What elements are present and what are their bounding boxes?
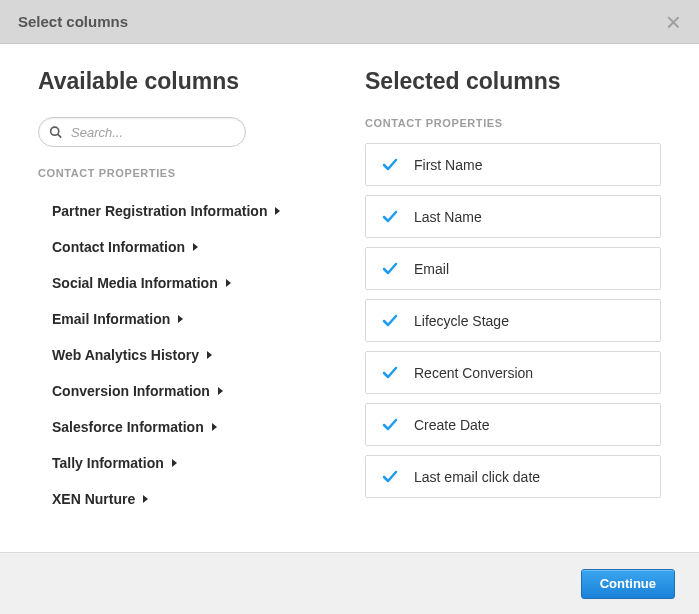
check-icon bbox=[382, 313, 398, 329]
selected-item-create-date[interactable]: Create Date bbox=[365, 403, 661, 446]
selected-list: First Name Last Name Email Lifecycle Sta… bbox=[365, 143, 685, 498]
check-icon bbox=[382, 417, 398, 433]
caret-right-icon bbox=[178, 315, 183, 323]
category-label: Social Media Information bbox=[52, 275, 218, 291]
selected-item-label: First Name bbox=[414, 157, 482, 173]
category-label: Salesforce Information bbox=[52, 419, 204, 435]
modal-footer: Continue bbox=[0, 552, 699, 614]
category-label: Email Information bbox=[52, 311, 170, 327]
search-icon bbox=[49, 126, 62, 139]
modal-header: Select columns × bbox=[0, 0, 699, 44]
available-columns-title: Available columns bbox=[38, 68, 323, 95]
category-label: Contact Information bbox=[52, 239, 185, 255]
category-web-analytics[interactable]: Web Analytics History bbox=[52, 337, 323, 373]
check-icon bbox=[382, 157, 398, 173]
search-input[interactable] bbox=[38, 117, 246, 147]
caret-right-icon bbox=[207, 351, 212, 359]
caret-right-icon bbox=[143, 495, 148, 503]
caret-right-icon bbox=[172, 459, 177, 467]
category-label: Tally Information bbox=[52, 455, 164, 471]
modal-title: Select columns bbox=[18, 13, 128, 30]
check-icon bbox=[382, 261, 398, 277]
category-label: Conversion Information bbox=[52, 383, 210, 399]
selected-item-label: Create Date bbox=[414, 417, 489, 433]
selected-item-label: Lifecycle Stage bbox=[414, 313, 509, 329]
selected-columns-title: Selected columns bbox=[365, 68, 685, 95]
svg-line-1 bbox=[58, 134, 61, 137]
category-contact-information[interactable]: Contact Information bbox=[52, 229, 323, 265]
svg-point-0 bbox=[51, 127, 59, 135]
selected-group-label: CONTACT PROPERTIES bbox=[365, 117, 685, 129]
selected-item-last-email-click[interactable]: Last email click date bbox=[365, 455, 661, 498]
caret-right-icon bbox=[226, 279, 231, 287]
caret-right-icon bbox=[275, 207, 280, 215]
selected-item-first-name[interactable]: First Name bbox=[365, 143, 661, 186]
category-email-information[interactable]: Email Information bbox=[52, 301, 323, 337]
check-icon bbox=[382, 469, 398, 485]
category-tally-information[interactable]: Tally Information bbox=[52, 445, 323, 481]
available-group-label: CONTACT PROPERTIES bbox=[38, 167, 323, 179]
selected-item-recent-conversion[interactable]: Recent Conversion bbox=[365, 351, 661, 394]
category-xen-nurture[interactable]: XEN Nurture bbox=[52, 481, 323, 517]
caret-right-icon bbox=[218, 387, 223, 395]
selected-item-label: Last email click date bbox=[414, 469, 540, 485]
check-icon bbox=[382, 209, 398, 225]
selected-item-label: Email bbox=[414, 261, 449, 277]
close-icon[interactable]: × bbox=[666, 9, 681, 35]
selected-item-label: Last Name bbox=[414, 209, 482, 225]
selected-item-lifecycle-stage[interactable]: Lifecycle Stage bbox=[365, 299, 661, 342]
category-label: Web Analytics History bbox=[52, 347, 199, 363]
selected-item-label: Recent Conversion bbox=[414, 365, 533, 381]
caret-right-icon bbox=[212, 423, 217, 431]
selected-item-last-name[interactable]: Last Name bbox=[365, 195, 661, 238]
check-icon bbox=[382, 365, 398, 381]
category-salesforce-information[interactable]: Salesforce Information bbox=[52, 409, 323, 445]
category-label: XEN Nurture bbox=[52, 491, 135, 507]
category-label: Partner Registration Information bbox=[52, 203, 267, 219]
category-social-media[interactable]: Social Media Information bbox=[52, 265, 323, 301]
caret-right-icon bbox=[193, 243, 198, 251]
category-conversion-information[interactable]: Conversion Information bbox=[52, 373, 323, 409]
category-partner-registration[interactable]: Partner Registration Information bbox=[52, 193, 323, 229]
continue-button[interactable]: Continue bbox=[581, 569, 675, 599]
selected-item-email[interactable]: Email bbox=[365, 247, 661, 290]
available-category-list: Partner Registration Information Contact… bbox=[38, 193, 323, 517]
